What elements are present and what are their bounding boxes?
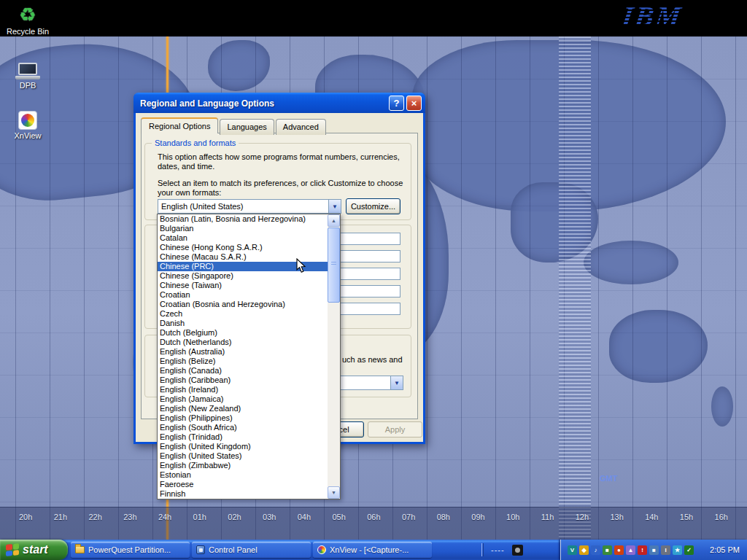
firewall-icon[interactable]: ! xyxy=(638,545,647,555)
toolbar-drag-handle[interactable] xyxy=(481,543,484,556)
language-option[interactable]: English (Caribbean) xyxy=(158,376,328,385)
language-option[interactable]: Croatian xyxy=(158,290,328,300)
language-option[interactable]: Dutch (Netherlands) xyxy=(158,338,328,347)
timezone-label: 02h xyxy=(228,513,241,521)
standards-description: This option affects how some programs fo… xyxy=(158,152,411,171)
control-panel-icon xyxy=(196,545,205,554)
timezone-label: 22h xyxy=(88,513,101,521)
task-label: PowerQuest Partition... xyxy=(88,545,171,554)
scroll-up-icon[interactable]: ▲ xyxy=(328,214,340,227)
tab[interactable]: Languages xyxy=(220,119,274,135)
start-button[interactable]: start xyxy=(0,540,68,560)
xnview-icon xyxy=(317,545,326,554)
timezone-label: 15h xyxy=(680,513,693,521)
close-button[interactable]: × xyxy=(406,96,422,111)
language-option[interactable]: English (Philippines) xyxy=(158,413,328,423)
timezone-label: 16h xyxy=(715,513,728,521)
ibm-logo: IBM xyxy=(620,0,685,32)
dropdown-scrollbar[interactable]: ▲ ▼ xyxy=(328,214,340,499)
gmt-label: GMT xyxy=(600,474,617,483)
task-button-xnview[interactable]: XnView - [<Capture-... xyxy=(313,542,432,558)
scheduler-icon[interactable]: ✓ xyxy=(684,545,694,555)
language-option[interactable]: Bosnian (Latin, Bosnia and Herzegovina) xyxy=(158,214,328,224)
timezone-label: 13h xyxy=(610,513,623,521)
recycle-bin-label: Recycle Bin xyxy=(4,27,51,36)
language-option[interactable]: English (Trinidad) xyxy=(158,432,328,442)
language-combobox[interactable]: English (United States) ▼ xyxy=(158,199,341,214)
network-icon[interactable]: ■ xyxy=(603,545,612,555)
desktop-icon-recycle-bin[interactable]: ♻ Recycle Bin xyxy=(4,4,51,36)
language-option[interactable]: Dutch (Belgium) xyxy=(158,328,328,338)
taskbar-toolbar: ---- xyxy=(481,541,559,559)
apply-button[interactable]: Apply xyxy=(368,421,422,438)
volume-icon[interactable]: ♪ xyxy=(591,545,600,555)
remote-access-icon[interactable]: V xyxy=(568,545,577,555)
task-button-powerquest[interactable]: PowerQuest Partition... xyxy=(71,542,190,558)
mouse-cursor xyxy=(296,258,306,276)
window-titlebar[interactable]: Regional and Language Options ? × xyxy=(133,93,425,113)
windows-logo-icon xyxy=(6,543,19,556)
dpb-label: DPB xyxy=(4,81,51,90)
chevron-down-icon[interactable]: ▼ xyxy=(390,376,403,389)
language-option[interactable]: English (Australia) xyxy=(158,347,328,357)
tab[interactable]: Regional Options xyxy=(141,117,218,133)
language-option[interactable]: English (Zimbabwe) xyxy=(158,461,328,470)
timezone-label: 07h xyxy=(402,513,415,521)
timezone-label: 20h xyxy=(19,513,32,521)
language-option[interactable]: English (Jamaica) xyxy=(158,394,328,404)
language-option[interactable]: English (Canada) xyxy=(158,366,328,376)
timezone-label: 14h xyxy=(645,513,658,521)
timezone-label: 12h xyxy=(576,513,589,521)
language-option[interactable]: Finnish xyxy=(158,489,328,499)
display-icon[interactable]: ■ xyxy=(649,545,659,555)
timezone-label: 06h xyxy=(367,513,380,521)
desktop-icon-dpb[interactable]: DPB xyxy=(4,63,51,90)
xnview-icon xyxy=(18,111,37,130)
taskbar: start PowerQuest Partition... Control Pa… xyxy=(0,540,747,560)
language-option[interactable]: English (Ireland) xyxy=(158,385,328,394)
help-button[interactable]: ? xyxy=(389,96,404,111)
language-option[interactable]: Faeroese xyxy=(158,480,328,489)
language-option[interactable]: Croatian (Bosnia and Herzegovina) xyxy=(158,300,328,309)
task-label: Control Panel xyxy=(209,545,258,554)
timezone-label: 11h xyxy=(541,513,554,521)
chevron-down-icon[interactable]: ▼ xyxy=(328,200,341,213)
clipboard-icon[interactable]: ▲ xyxy=(626,545,635,555)
desktop-icon-xnview[interactable]: XnView xyxy=(4,111,51,140)
power-icon[interactable]: I xyxy=(661,545,670,555)
language-option[interactable]: Chinese (Hong Kong S.A.R.) xyxy=(158,243,328,252)
timezone-label: 10h xyxy=(506,513,519,521)
scrollbar-thumb[interactable] xyxy=(328,228,340,303)
timezone-label: 09h xyxy=(471,513,484,521)
timezone-label: 21h xyxy=(54,513,67,521)
taskbar-clock[interactable]: 2:05 PM xyxy=(710,545,747,554)
language-option[interactable]: English (United Kingdom) xyxy=(158,442,328,451)
timezone-label: 08h xyxy=(437,513,450,521)
update-icon[interactable]: ● xyxy=(614,545,624,555)
toolbar-app-icon[interactable] xyxy=(512,545,523,556)
timezone-label-band xyxy=(0,507,747,540)
messenger-icon[interactable]: ★ xyxy=(673,545,682,555)
language-option[interactable]: English (South Africa) xyxy=(158,423,328,432)
language-option[interactable]: English (Belize) xyxy=(158,357,328,366)
language-option[interactable]: Estonian xyxy=(158,470,328,480)
language-option[interactable]: Catalan xyxy=(158,233,328,243)
language-combobox-value: English (United States) xyxy=(158,202,328,211)
toolbar-label[interactable]: ---- xyxy=(491,545,505,554)
customize-button[interactable]: Customize... xyxy=(346,198,400,214)
wallpaper-top-strip: IBM xyxy=(0,0,747,36)
language-option[interactable]: English (New Zealand) xyxy=(158,404,328,413)
language-option[interactable]: English (United States) xyxy=(158,451,328,461)
language-option[interactable]: Bulgarian xyxy=(158,224,328,233)
system-tray: V◆♪■●▲!■I★✓ 2:05 PM xyxy=(560,540,747,560)
standards-group-caption: Standards and formats xyxy=(152,139,239,147)
standards-instruction: Select an item to match its preferences,… xyxy=(158,179,414,198)
task-button-control-panel[interactable]: Control Panel xyxy=(192,542,311,558)
language-option[interactable]: Danish xyxy=(158,319,328,328)
language-option[interactable]: Chinese (Taiwan) xyxy=(158,281,328,290)
antivirus-icon[interactable]: ◆ xyxy=(579,545,589,555)
scroll-down-icon[interactable]: ▼ xyxy=(328,486,340,499)
xnview-label: XnView xyxy=(4,131,51,140)
tab[interactable]: Advanced xyxy=(276,119,326,135)
language-option[interactable]: Czech xyxy=(158,309,328,319)
